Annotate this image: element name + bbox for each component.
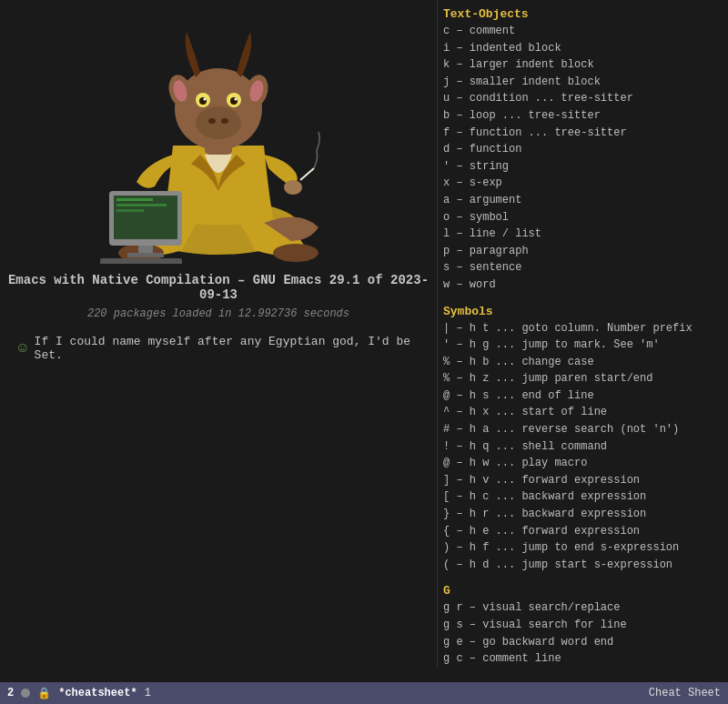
ref-line: ] – h v ... forward expression bbox=[443, 472, 721, 489]
emacs-title: Emacs with Native Compilation – GNU Emac… bbox=[0, 273, 437, 302]
ref-line: # – h a ... reverse search (not 'n') bbox=[443, 421, 721, 438]
ref-line: ' – string bbox=[443, 158, 721, 176]
ref-line: l – line / list bbox=[443, 226, 721, 243]
status-bar: 2 🔒 *cheatsheet* 1 Cheat Sheet bbox=[0, 682, 728, 704]
ref-line: @ – h s ... end of line bbox=[443, 387, 721, 405]
message-text: If I could name myself after any Egyptia… bbox=[35, 335, 419, 362]
ref-line: { – h e ... forward expression bbox=[443, 523, 721, 540]
section-title-text-objects: Text-Objects bbox=[443, 7, 721, 21]
ref-line: @ – h w ... play macro bbox=[443, 455, 721, 472]
ref-line: i – indented block bbox=[443, 40, 721, 57]
svg-point-2 bbox=[273, 244, 318, 262]
ref-line: b – loop ... tree-sitter bbox=[443, 107, 721, 125]
right-panel[interactable]: Text-Objects c – comment i – indented bl… bbox=[437, 0, 728, 668]
ref-line: x – s-exp bbox=[443, 175, 721, 192]
ref-line: k – larger indent block bbox=[443, 56, 721, 74]
svg-rect-22 bbox=[116, 198, 153, 201]
ref-line: d – function bbox=[443, 141, 721, 158]
section-title-symbols: Symbols bbox=[443, 305, 721, 318]
ref-line: ! – h q ... shell command bbox=[443, 438, 721, 456]
svg-point-7 bbox=[196, 106, 241, 139]
section-title-g: G bbox=[443, 584, 721, 598]
status-bufname: *cheatsheet* bbox=[58, 687, 136, 699]
status-right-label: Cheat Sheet bbox=[649, 687, 721, 699]
status-lock-icon: 🔒 bbox=[37, 687, 51, 700]
svg-rect-23 bbox=[116, 204, 167, 206]
ref-line: j – smaller indent block bbox=[443, 74, 721, 91]
ref-line: ) – h f ... jump to end s-expression bbox=[443, 539, 721, 557]
svg-point-3 bbox=[284, 180, 302, 195]
svg-point-15 bbox=[235, 98, 238, 101]
status-dot bbox=[21, 689, 30, 698]
ref-line: [ – h c ... backward expression bbox=[443, 488, 721, 506]
ref-line: g s – visual search for line bbox=[443, 617, 721, 634]
ref-line: % – h b ... change case bbox=[443, 354, 721, 371]
gnu-mascot bbox=[82, 9, 355, 264]
ref-line: u – condition ... tree-sitter bbox=[443, 90, 721, 107]
ref-line: ^ – h x ... start of line bbox=[443, 404, 721, 421]
ref-line: } – h r ... backward expression bbox=[443, 506, 721, 523]
ref-line: a – argument bbox=[443, 192, 721, 209]
ref-line: c – comment bbox=[443, 23, 721, 40]
svg-point-14 bbox=[204, 98, 207, 101]
ref-line: | – h t ... goto column. Number prefix bbox=[443, 320, 721, 337]
ref-line: % – h z ... jump paren start/end bbox=[443, 370, 721, 387]
left-panel: Emacs with Native Compilation – GNU Emac… bbox=[0, 0, 437, 704]
svg-rect-24 bbox=[116, 209, 144, 212]
svg-rect-27 bbox=[100, 258, 182, 264]
svg-line-4 bbox=[300, 168, 314, 180]
ref-line: ( – h d ... jump start s-expression bbox=[443, 557, 721, 574]
status-pos: 1 bbox=[145, 687, 151, 699]
ref-line: w – word bbox=[443, 277, 721, 294]
ref-line: g c – comment line bbox=[443, 650, 721, 668]
ref-line: g r – visual search/replace bbox=[443, 599, 721, 617]
packages-info: 220 packages loaded in 12.992736 seconds bbox=[87, 307, 349, 320]
ref-line: f – function ... tree-sitter bbox=[443, 125, 721, 142]
ref-line: s – sentence bbox=[443, 259, 721, 277]
smiley-icon: ☺ bbox=[18, 340, 27, 357]
svg-point-8 bbox=[208, 118, 216, 124]
message-line: ☺ If I could name myself after any Egypt… bbox=[0, 335, 437, 362]
ref-line: o – symbol bbox=[443, 209, 721, 226]
svg-rect-26 bbox=[127, 253, 164, 257]
ref-line: g e – go backward word end bbox=[443, 634, 721, 651]
ref-line: ' – h g ... jump to mark. See 'm' bbox=[443, 337, 721, 354]
svg-point-9 bbox=[221, 118, 228, 124]
status-num: 2 bbox=[7, 687, 14, 699]
svg-rect-21 bbox=[114, 196, 177, 239]
svg-rect-25 bbox=[138, 246, 153, 253]
ref-line: p – paragraph bbox=[443, 243, 721, 260]
